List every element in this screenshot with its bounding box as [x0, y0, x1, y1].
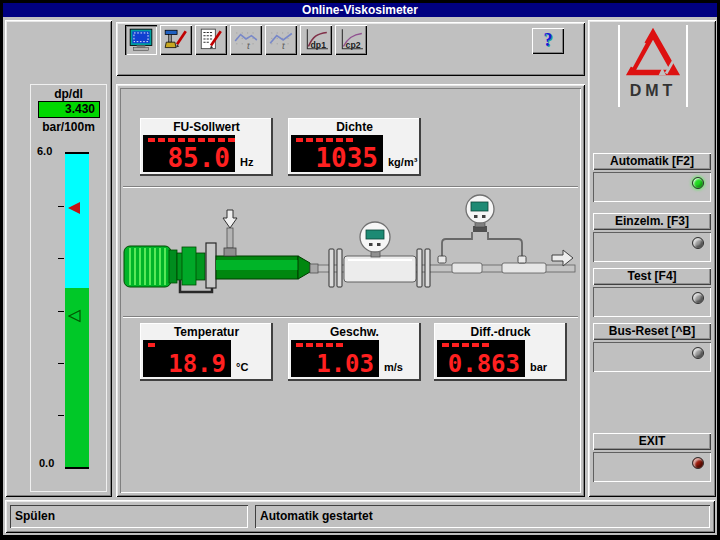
toolbar-button-trend-t1[interactable]: t	[230, 25, 262, 55]
svg-text:cp2: cp2	[346, 40, 361, 50]
title-bar: Online-Viskosimeter	[3, 3, 717, 17]
toolbar-button-protocol[interactable]	[195, 25, 227, 55]
gauge-scale-max: 6.0	[37, 145, 52, 157]
display-geschw: Geschw. 1.03 m/s	[288, 323, 421, 381]
display-dichte: Dichte 1035 kg/m³	[288, 118, 421, 176]
lcd-dichte: 1035	[291, 135, 383, 172]
status-field-message: Automatik gestartet	[255, 505, 710, 528]
automatik-button[interactable]: Automatik [F2]	[593, 153, 711, 170]
display-diff-druck: Diff.-druck 0.863 bar	[434, 323, 567, 381]
svg-text:t: t	[247, 40, 251, 51]
application-window: Online-Viskosimeter dp/dl 3.430 bar/100m…	[0, 0, 720, 540]
toolbar-button-cp2-curve[interactable]: cp2	[335, 25, 367, 55]
exit-led	[692, 457, 704, 469]
action-panel: DMT Automatik [F2] Einzelm. [F3] Test [F…	[588, 20, 716, 497]
einzelmessung-led	[692, 237, 704, 249]
help-button[interactable]: ?	[532, 28, 564, 54]
lcd-value: 18.9	[168, 352, 226, 376]
lcd-value: 85.0	[167, 145, 230, 171]
automatik-led	[692, 177, 704, 189]
test-indicator-panel	[593, 287, 711, 317]
dp1-chart-icon: dp1	[303, 28, 329, 52]
dmt-logo-icon	[625, 26, 681, 78]
test-led	[692, 292, 704, 304]
gauge-panel: dp/dl 3.430 bar/100m 6.0 0.0	[5, 20, 112, 497]
density-sensor	[360, 222, 390, 257]
dmt-logo-text: DMT	[618, 82, 688, 100]
automatik-indicator-panel	[593, 172, 711, 202]
trend-chart-icon: t	[233, 28, 259, 52]
toolbar-button-screen-view[interactable]	[125, 25, 157, 55]
display-unit: Hz	[240, 156, 253, 168]
display-label: Geschw.	[288, 323, 421, 339]
lcd-value: 1035	[315, 145, 378, 171]
gauge-unit: bar/100m	[31, 120, 106, 134]
exit-indicator-panel	[593, 452, 711, 482]
status-bar: Spülen Automatik gestartet	[5, 500, 715, 533]
trend-chart-icon: t	[268, 28, 294, 52]
lcd-geschw: 1.03	[291, 340, 379, 377]
outlet-arrow-icon	[552, 250, 573, 266]
einzelmessung-button[interactable]: Einzelm. [F3]	[593, 213, 711, 230]
toolbar-button-trend-t2[interactable]: t	[265, 25, 297, 55]
exit-button[interactable]: EXIT	[593, 433, 711, 450]
display-label: FU-Sollwert	[140, 118, 273, 134]
bus-reset-button[interactable]: Bus-Reset [^B]	[593, 323, 711, 340]
cp2-chart-icon: cp2	[338, 28, 364, 52]
lcd-diff-druck: 0.863	[437, 340, 525, 377]
svg-text:dp1: dp1	[311, 40, 327, 50]
lcd-bargraph	[296, 343, 343, 347]
display-fu-sollwert: FU-Sollwert 85.0 Hz	[140, 118, 273, 176]
inlet-funnel	[223, 210, 237, 256]
display-unit: m/s	[384, 361, 403, 373]
status-field-mode: Spülen	[10, 505, 248, 528]
gauge-high-marker	[68, 202, 80, 214]
device-pen-icon	[163, 28, 189, 52]
lcd-temperatur: 18.9	[143, 340, 231, 377]
question-mark-icon: ?	[544, 30, 553, 50]
lcd-bargraph	[148, 138, 235, 142]
display-label: Temperatur	[140, 323, 273, 339]
toolbar-button-dp1-curve[interactable]: dp1	[300, 25, 332, 55]
section-separator	[123, 186, 578, 188]
lcd-fu-sollwert: 85.0	[143, 135, 235, 172]
display-label: Diff.-druck	[434, 323, 567, 339]
lcd-bargraph	[442, 343, 489, 347]
display-unit: °C	[236, 361, 248, 373]
gauge-tick	[58, 206, 64, 207]
section-separator	[123, 316, 578, 318]
lcd-bargraph	[148, 343, 155, 347]
process-diagram	[120, 190, 580, 312]
display-label: Dichte	[288, 118, 421, 134]
window-title: Online-Viskosimeter	[302, 3, 418, 17]
gauge-scale-min: 0.0	[39, 457, 54, 469]
svg-text:t: t	[282, 40, 286, 51]
bus-reset-indicator-panel	[593, 342, 711, 372]
display-temperatur: Temperatur 18.9 °C	[140, 323, 273, 381]
gauge-tick	[58, 363, 64, 364]
toolbar-button-device-setup[interactable]	[160, 25, 192, 55]
lcd-bargraph	[296, 138, 353, 142]
test-button[interactable]: Test [F4]	[593, 268, 711, 285]
display-unit: kg/m³	[388, 156, 417, 168]
document-pen-icon	[198, 28, 224, 52]
gauge-title: dp/dl	[31, 87, 106, 101]
diff-pressure-sensor	[438, 195, 526, 263]
lcd-value: 1.03	[316, 352, 374, 376]
pump	[124, 243, 318, 292]
gauge-value-box: 3.430	[38, 101, 100, 118]
gauge-tick	[58, 311, 64, 312]
einzelmessung-indicator-panel	[593, 232, 711, 262]
display-unit: bar	[530, 361, 547, 373]
gauge-tick	[58, 258, 64, 259]
toolbar: t t dp1	[116, 22, 585, 76]
main-viewport: FU-Sollwert 85.0 Hz Dichte 1035 kg/m³	[116, 84, 585, 497]
gauge-low-marker	[68, 309, 81, 322]
dp-dl-gauge: dp/dl 3.430 bar/100m 6.0 0.0	[30, 84, 107, 492]
gauge-tick	[58, 415, 64, 416]
lcd-value: 0.863	[448, 352, 520, 376]
gauge-bar	[65, 152, 89, 469]
bus-reset-led	[692, 347, 704, 359]
monitor-icon	[128, 28, 154, 52]
